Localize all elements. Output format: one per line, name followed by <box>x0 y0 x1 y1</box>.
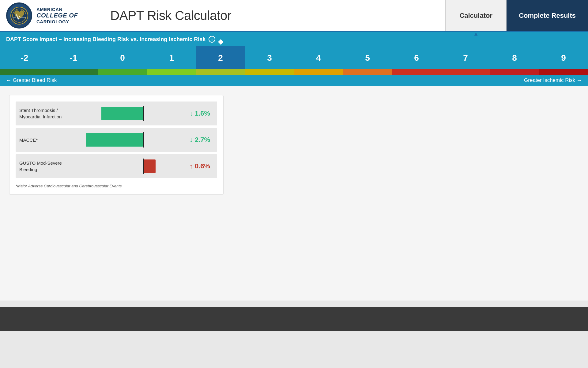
scale-item--1[interactable]: -1 <box>49 46 98 69</box>
chart-footnote: *Major Adverse Cardiovascular and Cerebr… <box>16 181 217 188</box>
scale-item-2[interactable]: 2 <box>196 46 245 69</box>
score-heading: DAPT Score Impact – Increasing Bleeding … <box>6 36 205 43</box>
bar-fill-2 <box>143 159 156 173</box>
score-section: DAPT Score Impact – Increasing Bleeding … <box>0 32 588 86</box>
center-line-0 <box>143 106 144 121</box>
logo-line3: CARDIOLOGY <box>36 19 78 24</box>
logo-line1: AMERICAN <box>36 7 78 12</box>
scale-item-3[interactable]: 3 <box>245 46 294 69</box>
bar-container-0 <box>81 106 185 121</box>
scale-item-9[interactable]: 9 <box>539 46 588 69</box>
scale-item-8[interactable]: 8 <box>490 46 539 69</box>
bar-fill-0 <box>101 107 143 120</box>
bar-container-1 <box>81 132 185 148</box>
color-segment-8 <box>392 69 441 75</box>
chart-label-2: GUSTO Mod-SevereBleeding <box>19 160 77 173</box>
color-segment-3 <box>147 69 196 75</box>
score-scale: -2-10123456789 <box>0 46 588 69</box>
chart-row-2: GUSTO Mod-SevereBleeding↑0.6% <box>16 154 217 178</box>
chart-value-0: ↓1.6% <box>185 109 212 117</box>
risk-label-right: Greater Ischemic Risk → <box>524 77 582 83</box>
risk-labels: ← Greater Bleed Risk Greater Ischemic Ri… <box>0 75 588 86</box>
logo-section: AMERICAN COLLEGE of CARDIOLOGY <box>0 0 98 31</box>
tab-calculator[interactable]: Calculator <box>445 0 507 31</box>
chart-label-0: Stent Thrombosis /Myocardial Infarction <box>19 107 77 120</box>
acc-logo <box>6 2 32 29</box>
color-bar <box>0 69 588 75</box>
color-segment-10 <box>490 69 539 75</box>
color-segment-7 <box>343 69 392 75</box>
main-content: Stent Thrombosis /Myocardial Infarction↓… <box>0 86 588 301</box>
footer <box>0 307 588 331</box>
color-segment-1 <box>49 69 98 75</box>
app-title: DAPT Risk Calculator <box>110 8 231 23</box>
color-segment-4 <box>196 69 245 75</box>
chart-row-1: MACCE*↓2.7% <box>16 128 217 152</box>
chart-value-1: ↓2.7% <box>185 136 212 144</box>
chart-container: Stent Thrombosis /Myocardial Infarction↓… <box>9 95 224 195</box>
header: AMERICAN COLLEGE of CARDIOLOGY DAPT Risk… <box>0 0 588 32</box>
chart-row-0: Stent Thrombosis /Myocardial Infarction↓… <box>16 102 217 125</box>
scale-item-5[interactable]: 5 <box>343 46 392 69</box>
color-segment-5 <box>245 69 294 75</box>
scale-item-0[interactable]: 0 <box>98 46 147 69</box>
color-segment-6 <box>294 69 343 75</box>
navigation: Calculator Complete Results <box>445 0 588 31</box>
chart-rows: Stent Thrombosis /Myocardial Infarction↓… <box>16 102 217 178</box>
logo-text: AMERICAN COLLEGE of CARDIOLOGY <box>36 7 78 24</box>
app-title-section: DAPT Risk Calculator <box>98 0 445 31</box>
bar-container-2 <box>81 159 185 174</box>
score-header: DAPT Score Impact – Increasing Bleeding … <box>0 32 588 46</box>
scale-item--2[interactable]: -2 <box>0 46 49 69</box>
color-segment-9 <box>441 69 490 75</box>
center-line-1 <box>143 132 144 148</box>
risk-label-left: ← Greater Bleed Risk <box>6 77 57 83</box>
chart-label-1: MACCE* <box>19 137 77 143</box>
scale-item-7[interactable]: 7 <box>441 46 490 69</box>
scale-item-4[interactable]: 4 <box>294 46 343 69</box>
info-icon[interactable]: i <box>209 36 215 43</box>
tab-complete-results[interactable]: Complete Results <box>507 0 588 31</box>
center-line-2 <box>143 159 144 174</box>
bar-fill-1 <box>86 133 143 147</box>
logo-line2: COLLEGE of <box>36 12 78 19</box>
color-segment-2 <box>98 69 147 75</box>
chart-value-2: ↑0.6% <box>185 162 212 170</box>
scale-item-6[interactable]: 6 <box>392 46 441 69</box>
color-segment-11 <box>539 69 588 75</box>
scale-item-1[interactable]: 1 <box>147 46 196 69</box>
color-segment-0 <box>0 69 49 75</box>
